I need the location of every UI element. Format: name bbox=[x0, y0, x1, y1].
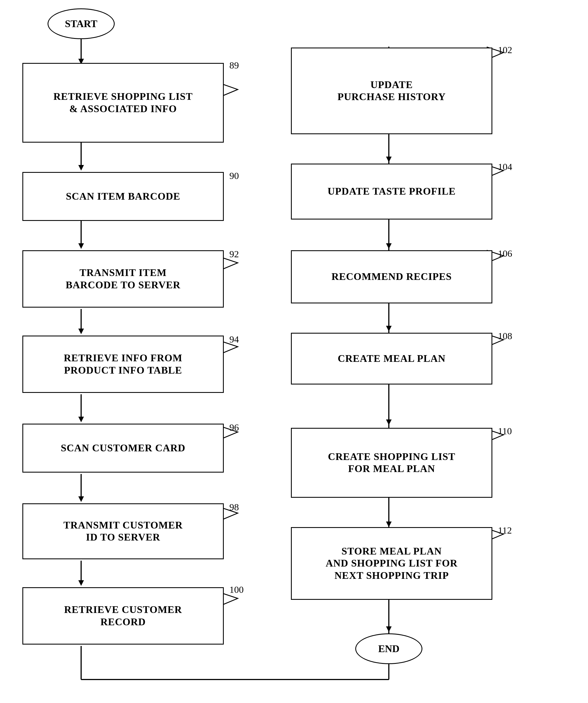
box-create-meal-plan: CREATE MEAL PLAN bbox=[291, 333, 492, 385]
svg-marker-21 bbox=[386, 243, 392, 249]
svg-marker-5 bbox=[78, 243, 84, 249]
ref-89: 89 bbox=[229, 60, 239, 71]
box-transmit-item-barcode: TRANSMIT ITEMBARCODE TO SERVER bbox=[22, 250, 224, 308]
end-node: END bbox=[355, 633, 422, 664]
svg-marker-25 bbox=[386, 419, 392, 425]
svg-marker-19 bbox=[386, 157, 392, 162]
svg-marker-9 bbox=[78, 417, 84, 422]
start-node: START bbox=[48, 8, 115, 39]
svg-marker-13 bbox=[78, 580, 84, 586]
box-scan-customer-card: SCAN CUSTOMER CARD bbox=[22, 424, 224, 473]
box-retrieve-product-info: RETRIEVE INFO FROMPRODUCT INFO TABLE bbox=[22, 335, 224, 393]
ref-104: 104 bbox=[498, 162, 512, 172]
ref-100: 100 bbox=[229, 584, 244, 595]
svg-marker-11 bbox=[78, 496, 84, 502]
box-transmit-customer-id: TRANSMIT CUSTOMERID TO SERVER bbox=[22, 503, 224, 559]
ref-112: 112 bbox=[498, 525, 512, 536]
box-scan-item-barcode: SCAN ITEM BARCODE bbox=[22, 172, 224, 221]
box-create-shopping-list: CREATE SHOPPING LISTFOR MEAL PLAN bbox=[291, 428, 492, 498]
ref-98: 98 bbox=[229, 502, 239, 513]
flowchart-diagram: START RETRIEVE SHOPPING LIST& ASSOCIATED… bbox=[0, 0, 588, 703]
ref-108: 108 bbox=[498, 331, 512, 341]
ref-110: 110 bbox=[498, 426, 512, 437]
svg-marker-27 bbox=[386, 522, 392, 527]
box-retrieve-shopping-list: RETRIEVE SHOPPING LIST& ASSOCIATED INFO bbox=[22, 63, 224, 143]
ref-106: 106 bbox=[498, 248, 512, 259]
svg-marker-7 bbox=[78, 329, 84, 334]
svg-marker-3 bbox=[78, 165, 84, 171]
ref-90: 90 bbox=[229, 171, 239, 181]
svg-marker-23 bbox=[386, 326, 392, 331]
ref-94: 94 bbox=[229, 334, 239, 345]
svg-marker-29 bbox=[386, 626, 392, 632]
box-retrieve-customer-record: RETRIEVE CUSTOMERRECORD bbox=[22, 587, 224, 644]
box-store-meal-plan: STORE MEAL PLANAND SHOPPING LIST FORNEXT… bbox=[291, 527, 492, 600]
ref-92: 92 bbox=[229, 249, 239, 259]
ref-96: 96 bbox=[229, 422, 239, 433]
ref-102: 102 bbox=[498, 45, 512, 55]
box-recommend-recipes: RECOMMEND RECIPES bbox=[291, 250, 492, 303]
box-update-purchase-history: UPDATEPURCHASE HISTORY bbox=[291, 48, 492, 134]
box-update-taste-profile: UPDATE TASTE PROFILE bbox=[291, 164, 492, 220]
